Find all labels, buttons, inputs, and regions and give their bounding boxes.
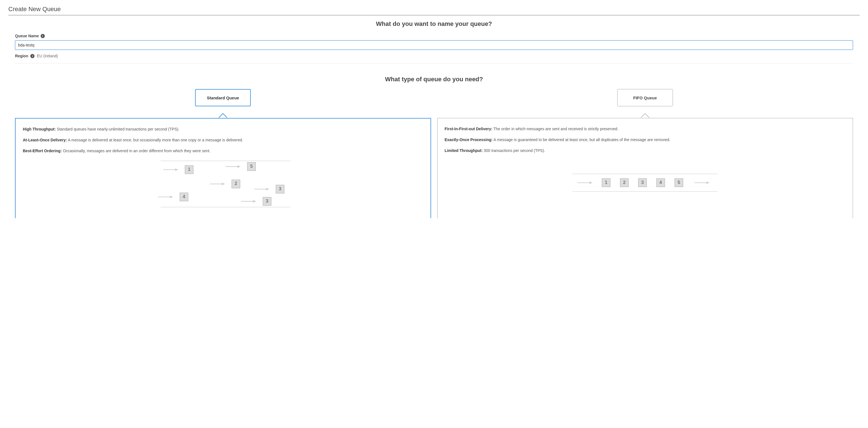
msg-num: 3 <box>641 180 644 185</box>
msg-num: 3 <box>279 186 281 191</box>
fifo-queue-button-label: FIFO Queue <box>633 95 657 100</box>
msg-num: 1 <box>188 167 190 172</box>
feature-title: High Throughput: <box>23 127 56 131</box>
queue-name-input[interactable] <box>15 40 853 50</box>
feature-body: A message is guaranteed to be delivered … <box>493 137 670 142</box>
standard-queue-button[interactable]: Standard Queue <box>195 89 251 106</box>
msg-num: 2 <box>623 180 625 185</box>
info-icon[interactable]: i <box>30 54 34 58</box>
standard-queue-button-label: Standard Queue <box>207 95 239 100</box>
feature-body: Standard queues have nearly-unlimited tr… <box>56 127 179 131</box>
standard-queue-panel: High Throughput: Standard queues have ne… <box>15 118 431 218</box>
queue-name-label: Queue Name <box>15 34 39 38</box>
fifo-feature-2: Limited Throughput: 300 transactions per… <box>445 148 846 154</box>
feature-body: Occasionally, messages are delivered in … <box>62 149 210 153</box>
msg-num: 5 <box>250 164 253 169</box>
queue-name-label-row: Queue Name i <box>15 34 853 38</box>
feature-body: A message is delivered at least once, bu… <box>67 138 243 142</box>
page-title: Create New Queue <box>8 6 860 13</box>
feature-title: First-In-First-out Delivery: <box>445 127 493 131</box>
msg-num: 4 <box>659 180 662 185</box>
fifo-connector <box>437 106 853 118</box>
feature-title: Exactly-Once Processing: <box>445 137 493 142</box>
standard-feature-0: High Throughput: Standard queues have ne… <box>23 126 423 132</box>
msg-num: 2 <box>235 181 237 186</box>
standard-queue-column: Standard Queue High Throughput: Standard… <box>15 89 431 218</box>
fifo-queue-button[interactable]: FIFO Queue <box>617 89 673 106</box>
standard-diagram: 1 5 2 3 4 3 <box>23 159 423 209</box>
feature-body: 300 transactions per second (TPS). <box>483 148 545 153</box>
standard-connector <box>15 106 431 118</box>
standard-feature-1: At-Least-Once Delivery: A message is del… <box>23 137 423 143</box>
msg-num: 4 <box>183 194 186 199</box>
info-icon[interactable]: i <box>41 34 45 38</box>
msg-num: 5 <box>677 180 680 185</box>
fifo-feature-1: Exactly-Once Processing: A message is gu… <box>445 137 846 143</box>
feature-title: Limited Throughput: <box>445 148 483 153</box>
feature-title: At-Least-Once Delivery: <box>23 138 67 142</box>
fifo-diagram: 1 2 3 4 5 <box>445 159 846 201</box>
fifo-feature-0: First-In-First-out Delivery: The order i… <box>445 126 846 132</box>
region-row: Region i EU (Ireland) <box>15 54 853 63</box>
standard-feature-2: Best-Effort Ordering: Occasionally, mess… <box>23 148 423 154</box>
fifo-queue-panel: First-In-First-out Delivery: The order i… <box>437 118 853 218</box>
msg-num: 3 <box>266 198 268 204</box>
fifo-queue-column: FIFO Queue First-In-First-out Delivery: … <box>437 89 853 218</box>
type-section-heading: What type of queue do you need? <box>8 76 860 83</box>
msg-num: 1 <box>605 180 607 185</box>
name-section-heading: What do you want to name your queue? <box>8 20 860 28</box>
feature-title: Best-Effort Ordering: <box>23 149 62 153</box>
region-value: EU (Ireland) <box>37 54 58 58</box>
feature-body: The order in which messages are sent and… <box>492 127 618 131</box>
region-label: Region <box>15 54 28 58</box>
